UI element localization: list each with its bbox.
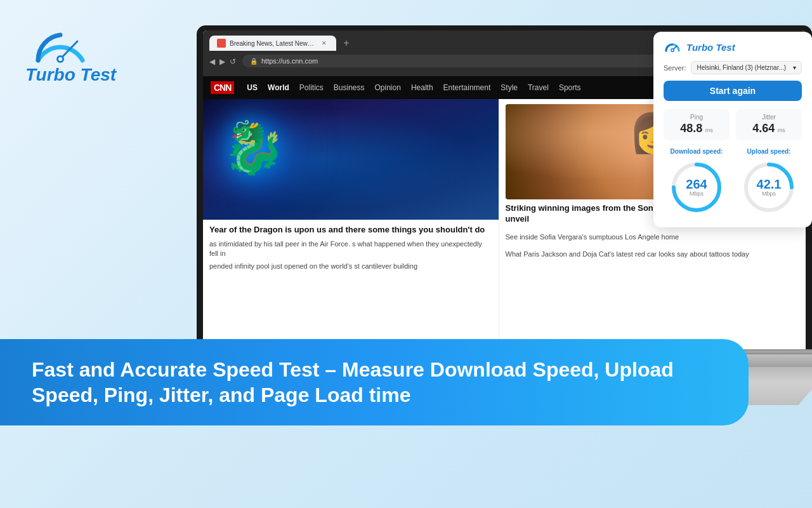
server-row: Server: Helsinki, Finland (3) (Hetznar..… (664, 61, 802, 74)
jitter-box: Jitter 4.64 ms (736, 109, 802, 140)
dragon-image (203, 99, 499, 220)
article-sofia-body: See inside Sofia Vergara's sumptuous Los… (506, 232, 800, 242)
download-number: 264 (686, 178, 707, 190)
nav-us[interactable]: US (242, 83, 263, 92)
chevron-down-icon: ▾ (793, 64, 796, 71)
start-again-button[interactable]: Start again (664, 81, 802, 101)
svg-point-2 (58, 57, 62, 61)
forward-icon[interactable]: ▶ (219, 57, 227, 65)
nav-opinion[interactable]: Opinion (370, 83, 406, 92)
speed-row: Download speed: 264 Mbps Upload speed: (664, 148, 802, 218)
bottom-banner: Fast and Accurate Speed Test – Measure D… (0, 339, 749, 425)
widget-title: Turbo Test (686, 42, 735, 53)
nav-icons: ◀ ▶ ↺ (209, 57, 237, 65)
download-label: Download speed: (664, 148, 730, 155)
ping-value-row: 48.8 ms (670, 122, 723, 135)
ping-value: 48.8 (680, 122, 702, 135)
nav-politics[interactable]: Politics (294, 83, 329, 92)
article-dragon-text: Year of the Dragon is upon us and there … (203, 220, 499, 276)
article-sofia: See inside Sofia Vergara's sumptuous Los… (506, 232, 800, 242)
download-gauge: 264 Mbps (668, 159, 725, 216)
widget-header: Turbo Test (664, 41, 802, 53)
nav-style[interactable]: Style (495, 83, 523, 92)
speed-test-widget: Turbo Test Server: Helsinki, Finland (3)… (653, 32, 812, 227)
tab-favicon (217, 39, 226, 48)
jitter-label: Jitter (742, 114, 796, 121)
download-section: Download speed: 264 Mbps (664, 148, 730, 218)
nav-world[interactable]: World (263, 83, 294, 92)
article-dragon-body1: as intimidated by his tall peer in the A… (209, 239, 492, 259)
article-dragon-body2: pended infinity pool just opened on the … (209, 262, 492, 271)
widget-logo-icon (664, 41, 681, 53)
banner-text: Fast and Accurate Speed Test – Measure D… (32, 357, 717, 408)
logo-area: Turbo Test (25, 19, 116, 85)
tab-title: Breaking News, Latest News and... (230, 40, 316, 47)
upload-number: 42.1 (757, 178, 782, 190)
server-label: Server: (664, 64, 686, 72)
upload-gauge: 42.1 Mbps (740, 159, 797, 216)
svg-point-5 (672, 50, 674, 51)
lock-icon: 🔒 (250, 58, 258, 65)
article-paris: What Paris Jackson and Doja Cat's latest… (506, 250, 800, 259)
url-text: https://us.cnn.com (261, 57, 318, 65)
tab-close-button[interactable]: ✕ (320, 39, 329, 48)
article-dragon: Year of the Dragon is upon us and there … (203, 99, 499, 349)
nav-sports[interactable]: Sports (554, 83, 586, 92)
laptop-container: Breaking News, Latest News and... ✕ + ◀ … (197, 25, 812, 508)
article-dragon-headline: Year of the Dragon is upon us and there … (209, 225, 492, 236)
jitter-value-row: 4.64 ms (742, 122, 796, 135)
server-select[interactable]: Helsinki, Finland (3) (Hetznar...) ▾ (691, 61, 802, 74)
jitter-value: 4.64 (752, 122, 775, 135)
ping-box: Ping 48.8 ms (664, 109, 730, 140)
back-icon[interactable]: ◀ (209, 57, 217, 65)
server-value: Helsinki, Finland (3) (Hetznar...) (697, 64, 786, 71)
nav-entertainment[interactable]: Entertainment (438, 83, 496, 92)
ping-unit: ms (705, 127, 713, 133)
nav-travel[interactable]: Travel (523, 83, 554, 92)
cnn-logo: CNN (211, 81, 234, 94)
download-unit: Mbps (686, 190, 707, 197)
upload-label: Upload speed: (736, 148, 802, 155)
upload-unit: Mbps (757, 190, 782, 197)
jitter-unit: ms (778, 127, 785, 133)
ping-label: Ping (670, 114, 723, 121)
logo-text: Turbo Test (25, 65, 116, 85)
nav-health[interactable]: Health (406, 83, 438, 92)
upload-gauge-value: 42.1 Mbps (757, 178, 782, 197)
upload-section: Upload speed: 42.1 Mbps (736, 148, 802, 218)
browser-tab[interactable]: Breaking News, Latest News and... ✕ (209, 36, 336, 51)
reload-icon[interactable]: ↺ (230, 57, 237, 65)
new-tab-button[interactable]: + (339, 36, 354, 51)
article-paris-body: What Paris Jackson and Doja Cat's latest… (506, 250, 800, 259)
ping-jitter-row: Ping 48.8 ms Jitter 4.64 ms (664, 109, 802, 140)
download-gauge-value: 264 Mbps (686, 178, 707, 197)
cnn-left-articles: Year of the Dragon is upon us and there … (203, 99, 499, 349)
turbo-test-logo-icon (25, 19, 95, 70)
nav-business[interactable]: Business (329, 83, 370, 92)
